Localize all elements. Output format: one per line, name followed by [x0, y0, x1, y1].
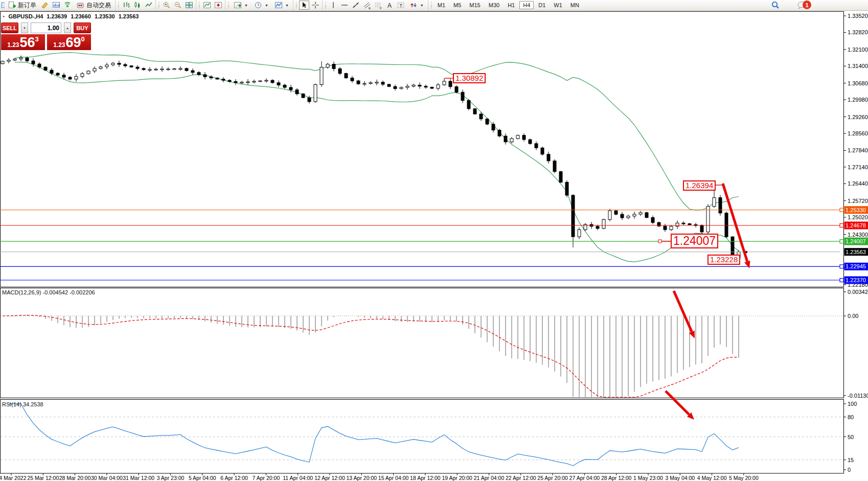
- volume-decrease-button[interactable]: ▼: [21, 22, 28, 33]
- time-axis-label: 18 Apr 12:00: [410, 475, 441, 481]
- toolbar-grip[interactable]: [325, 2, 327, 9]
- text-label-button[interactable]: T: [396, 1, 406, 10]
- charts-window-icon: [52, 1, 60, 9]
- crosshair-button[interactable]: [310, 1, 321, 10]
- horizontal-line-button[interactable]: [339, 1, 350, 10]
- macd-indicator-label: MACD(12,26,9) -0.004542 -0.002206: [2, 289, 95, 295]
- timeframe-mn[interactable]: MN: [567, 1, 583, 9]
- horizontal-line-icon: [340, 1, 349, 9]
- cursor-button[interactable]: [299, 1, 309, 10]
- fibonacci-button[interactable]: F: [373, 1, 383, 10]
- buy-button[interactable]: BUY: [74, 22, 91, 33]
- channel-icon: E: [363, 1, 371, 9]
- toolbar-grip[interactable]: [430, 2, 432, 9]
- price-axis: 1.335201.328201.321001.314001.306801.299…: [843, 13, 868, 288]
- volume-increase-button[interactable]: ▲: [64, 22, 71, 33]
- macd-axis-label: 0.00: [848, 313, 858, 319]
- arrows-button[interactable]: ▼: [407, 1, 426, 10]
- price-callout-label[interactable]: 1.23228: [707, 255, 740, 265]
- price-callout-label[interactable]: 1.30892: [453, 73, 486, 83]
- equidistant-channel-button[interactable]: E: [362, 1, 372, 10]
- collapse-icon[interactable]: ▸: [3, 14, 5, 18]
- signal-icon: [63, 1, 72, 9]
- timeframe-m1[interactable]: M1: [434, 1, 449, 9]
- price-tick-label: 1.24300: [848, 232, 868, 238]
- volume-input[interactable]: [31, 22, 61, 33]
- bar-chart-button[interactable]: [121, 1, 131, 10]
- toolbar-group-chart-type: [115, 0, 155, 10]
- timeframe-m30[interactable]: M30: [485, 1, 503, 9]
- quote-symbol-period: GBPUSD-,H4: [9, 13, 43, 19]
- level-handle[interactable]: [840, 208, 843, 212]
- timeframe-d1[interactable]: D1: [535, 1, 549, 9]
- toolbar-grip[interactable]: [198, 2, 200, 9]
- toolbar-grip[interactable]: [118, 2, 120, 9]
- timeframe-m5[interactable]: M5: [450, 1, 465, 9]
- time-axis: 24 Mar 202225 Mar 12:0028 Mar 20:0030 Ma…: [0, 473, 759, 481]
- toolbar-grip[interactable]: [227, 2, 230, 9]
- market-watch-button[interactable]: [51, 1, 61, 10]
- quote-open: 1.23639: [47, 13, 67, 19]
- toolbar-group-cursor: [293, 0, 322, 10]
- buy-price-sup: 0: [81, 35, 85, 43]
- add-indicator-button[interactable]: ▼: [231, 1, 250, 10]
- time-axis-label: 11 Apr 04:00: [283, 475, 313, 481]
- line-chart-button[interactable]: [144, 1, 154, 10]
- timeframe-m15[interactable]: M15: [466, 1, 484, 9]
- chisel-tool-button[interactable]: [40, 1, 50, 10]
- chat-button[interactable]: 1: [792, 1, 814, 10]
- text-button[interactable]: A: [384, 1, 395, 10]
- line-chart-icon: [145, 1, 153, 9]
- auto-trading-button[interactable]: 自动交易: [74, 1, 113, 10]
- signal-button[interactable]: [62, 1, 73, 10]
- trendline-button[interactable]: [351, 1, 361, 10]
- level-handle[interactable]: [840, 240, 843, 243]
- time-axis-label: 21 Apr 04:00: [474, 475, 505, 481]
- level-handle[interactable]: [840, 279, 843, 282]
- rsi-indicator-label: RSI(14) 34.2538: [2, 401, 43, 407]
- toolbar-search: [770, 1, 781, 10]
- sell-price-display[interactable]: 1.23 56 3: [1, 34, 45, 50]
- buy-price-display[interactable]: 1.23 69 0: [47, 34, 91, 50]
- toolbar-grip[interactable]: [295, 2, 298, 9]
- vertical-line-icon: [329, 1, 337, 9]
- auto-trading-label: 自动交易: [86, 1, 111, 10]
- toolbar-grip[interactable]: [158, 2, 160, 9]
- zoom-in-button[interactable]: [162, 1, 172, 10]
- vertical-line-button[interactable]: [328, 1, 338, 10]
- new-order-button[interactable]: 新订单: [5, 1, 39, 10]
- time-axis-label: 6 Apr 12:00: [220, 475, 248, 481]
- toolbar-group-timeframes: M1M5M15M30H1H4D1W1MN: [428, 0, 584, 10]
- indicator-list-button[interactable]: [202, 1, 212, 10]
- template-button[interactable]: ▼: [272, 1, 291, 10]
- add-indicator-icon: [234, 1, 242, 9]
- period-button[interactable]: ▼: [252, 1, 271, 10]
- price-level-axis-text: 1.22370: [846, 277, 866, 283]
- main-toolbar: 新订单 自动交易 ▼: [0, 0, 868, 11]
- toolbar-group-standard: 新订单 自动交易: [0, 0, 115, 10]
- trendline-icon: [352, 1, 360, 9]
- search-button[interactable]: [770, 1, 781, 10]
- price-callout-label[interactable]: 1.26394: [683, 180, 716, 191]
- zoom-out-button[interactable]: [173, 1, 183, 10]
- time-axis-label: 31 Mar 12:00: [123, 475, 154, 481]
- notification-badge: 1: [803, 1, 811, 9]
- time-axis-label: 13 Apr 20:00: [347, 475, 377, 481]
- timeframe-h4[interactable]: H4: [519, 1, 534, 9]
- level-handle[interactable]: [840, 224, 843, 227]
- timeframe-buttons: M1M5M15M30H1H4D1W1MN: [433, 1, 583, 9]
- tile-windows-button[interactable]: [184, 1, 194, 10]
- price-tick-label: 1.26440: [848, 180, 868, 187]
- timeframe-h1[interactable]: H1: [504, 1, 518, 9]
- objects-list-button[interactable]: [213, 1, 223, 10]
- quote-line: ▸ GBPUSD-,H4 1.23639 1.23660 1.23530 1.2…: [3, 13, 139, 19]
- level-handle[interactable]: [840, 265, 843, 268]
- sell-button[interactable]: SELL: [1, 22, 18, 33]
- candlestick-chart-button[interactable]: [132, 1, 143, 10]
- price-callout-label[interactable]: 1.24007: [671, 234, 718, 248]
- svg-text:A: A: [387, 2, 392, 9]
- new-order-icon: [8, 1, 16, 9]
- timeframe-w1[interactable]: W1: [550, 1, 566, 9]
- price-tick-label: 1.32100: [848, 47, 868, 53]
- chart-area: 1.335201.328201.321001.314001.306801.299…: [0, 11, 868, 481]
